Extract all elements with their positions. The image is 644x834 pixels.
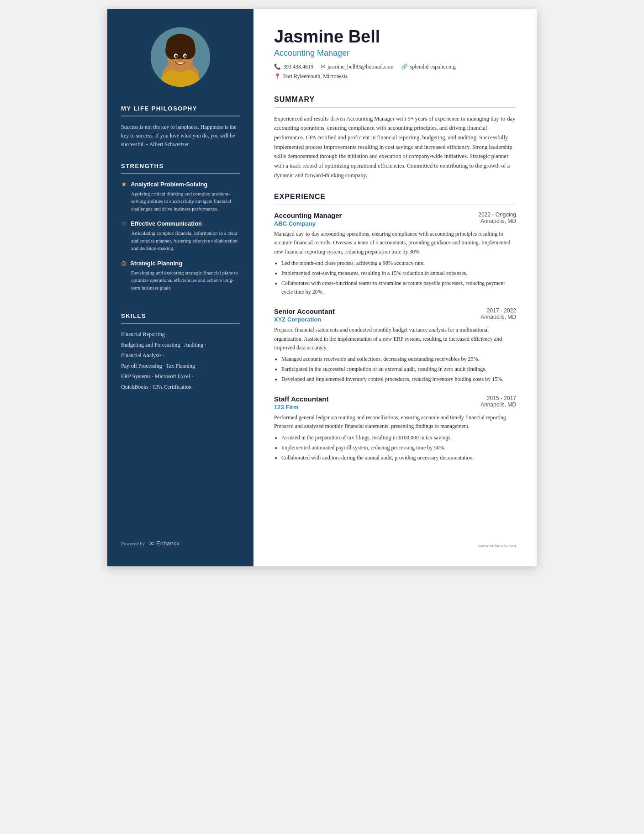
exp-dates-3: 2015 - 2017 [480, 395, 516, 401]
exp-bullet-2-3: Developed and implemented inventory cont… [281, 375, 516, 384]
exp-bullets-1: Led the month-end close process, achievi… [274, 259, 516, 297]
philosophy-title: MY LIFE PHILOSOPHY [121, 105, 240, 112]
strengths-divider [121, 173, 240, 174]
strengths-section: STRENGTHS ★ Analytical Problem-Solving A… [121, 163, 240, 299]
exp-header-3: Staff Accountant 123 Firm 2015 - 2017 An… [274, 395, 516, 411]
philosophy-section: MY LIFE PHILOSOPHY Success is not the ke… [121, 105, 240, 149]
exp-right-1: 2022 - Ongoing Annapolis, MD [478, 211, 516, 224]
location-icon: 📍 [274, 73, 281, 80]
exp-item-3: Staff Accountant 123 Firm 2015 - 2017 An… [274, 395, 516, 463]
strength-desc-1: Applying critical thinking and complex p… [121, 190, 240, 213]
strength-title-row-2: ☆ Effective Communication [121, 220, 240, 227]
contact-phone: 📞 393.438.4619 [274, 63, 313, 70]
exp-item-2: Senior Accountant XYZ Corporation 2017 -… [274, 307, 516, 384]
exp-left-2: Senior Accountant XYZ Corporation [274, 307, 335, 323]
strengths-title: STRENGTHS [121, 163, 240, 169]
exp-bullet-1-3: Collaborated with cross-functional teams… [281, 279, 516, 296]
strength-desc-3: Developing and executing strategic finan… [121, 269, 240, 292]
exp-bullet-3-3: Collaborated with auditors during the an… [281, 454, 516, 462]
website-value: splendid-espalier.org [410, 63, 456, 70]
skills-list: Financial Reporting · Budgeting and Fore… [121, 330, 240, 391]
enhancv-logo-icon: ∞ [148, 538, 154, 548]
phone-icon: 📞 [274, 63, 281, 70]
contact-row-1: 📞 393.438.4619 ✉ jasmine_bell83@hotmail.… [274, 63, 516, 70]
exp-right-2: 2017 - 2022 Annapolis, MD [480, 307, 516, 320]
exp-company-2: XYZ Corporation [274, 316, 335, 323]
contact-row-2: 📍 Fort Ryleemouth, Micronesia [274, 73, 516, 80]
exp-role-2: Senior Accountant [274, 307, 335, 315]
exp-header-2: Senior Accountant XYZ Corporation 2017 -… [274, 307, 516, 323]
summary-section: SUMMARY Experienced and results-driven A… [274, 95, 516, 180]
exp-company-1: ABC Company [274, 220, 342, 227]
exp-bullets-2: Managed accounts receivable and collecti… [274, 355, 516, 384]
phone-value: 393.438.4619 [283, 63, 313, 70]
profile-photo [151, 27, 210, 87]
skill-1: Financial Reporting · [121, 330, 240, 338]
email-icon: ✉ [321, 63, 325, 70]
strength-icon-2: ☆ [121, 220, 127, 227]
strength-desc-2: Articulating complex financial informati… [121, 229, 240, 252]
skill-3: Financial Analysis · [121, 351, 240, 359]
exp-bullet-3-1: Assisted in the preparation of tax filin… [281, 433, 516, 442]
email-value: jasmine_bell83@hotmail.com [327, 63, 394, 70]
link-icon: 🔗 [401, 63, 408, 70]
philosophy-text: Success is not the key to happiness. Hap… [121, 123, 240, 149]
main-footer: www.enhancv.com [274, 533, 516, 548]
strength-item-1: ★ Analytical Problem-Solving Applying cr… [121, 180, 240, 213]
strength-icon-1: ★ [121, 180, 127, 188]
experience-section: EXPERIENCE Accounting Manager ABC Compan… [274, 193, 516, 473]
strength-item-2: ☆ Effective Communication Articulating c… [121, 220, 240, 252]
philosophy-divider [121, 116, 240, 116]
svg-point-7 [167, 34, 194, 53]
powered-by-text: Powered by [121, 541, 145, 546]
exp-desc-1: Managed day-to-day accounting operations… [274, 230, 516, 256]
strength-item-3: ◎ Strategic Planning Developing and exec… [121, 259, 240, 292]
experience-title: EXPERIENCE [274, 193, 516, 201]
exp-dates-2: 2017 - 2022 [480, 307, 516, 314]
skills-divider [121, 323, 240, 324]
experience-divider [274, 205, 516, 205]
location-value: Fort Ryleemouth, Micronesia [283, 73, 348, 80]
exp-right-3: 2015 - 2017 Annapolis, MD [480, 395, 516, 408]
summary-divider [274, 107, 516, 108]
main-content: Jasmine Bell Accounting Manager 📞 393.43… [253, 9, 537, 566]
exp-location-2: Annapolis, MD [480, 314, 516, 320]
exp-role-3: Staff Accountant [274, 395, 328, 403]
strength-title-row-1: ★ Analytical Problem-Solving [121, 180, 240, 188]
summary-title: SUMMARY [274, 95, 516, 104]
skills-title: SKILLS [121, 312, 240, 319]
sidebar: MY LIFE PHILOSOPHY Success is not the ke… [107, 9, 253, 566]
svg-point-11 [185, 55, 187, 58]
strength-title-1: Analytical Problem-Solving [131, 181, 207, 188]
exp-desc-3: Performed general ledger accounting and … [274, 413, 516, 431]
photo-container [121, 27, 240, 87]
powered-by-section: Powered by ∞ Enhancv [121, 529, 240, 548]
enhancv-logo: ∞ Enhancv [148, 538, 179, 548]
resume-container: MY LIFE PHILOSOPHY Success is not the ke… [107, 9, 537, 566]
contact-website: 🔗 splendid-espalier.org [401, 63, 456, 70]
exp-bullets-3: Assisted in the preparation of tax filin… [274, 433, 516, 463]
resume-header: Jasmine Bell Accounting Manager 📞 393.43… [274, 27, 516, 83]
enhancv-logo-text: Enhancv [156, 540, 179, 547]
strength-title-row-3: ◎ Strategic Planning [121, 259, 240, 267]
svg-point-12 [179, 58, 182, 61]
skill-2: Budgeting and Forecasting · Auditing · [121, 341, 240, 349]
contact-email: ✉ jasmine_bell83@hotmail.com [321, 63, 394, 70]
exp-bullet-2-2: Participated in the successful completio… [281, 365, 516, 374]
exp-left-3: Staff Accountant 123 Firm [274, 395, 328, 411]
exp-bullet-3-2: Implemented automated payroll system, re… [281, 443, 516, 452]
contact-location: 📍 Fort Ryleemouth, Micronesia [274, 73, 348, 80]
skill-6: QuickBooks · CPA Certification [121, 383, 240, 391]
candidate-name: Jasmine Bell [274, 27, 516, 47]
exp-item-1: Accounting Manager ABC Company 2022 - On… [274, 211, 516, 296]
exp-location-1: Annapolis, MD [478, 218, 516, 224]
exp-bullet-2-1: Managed accounts receivable and collecti… [281, 355, 516, 364]
strength-title-2: Effective Communication [131, 220, 202, 227]
strength-icon-3: ◎ [121, 259, 127, 267]
exp-header-1: Accounting Manager ABC Company 2022 - On… [274, 211, 516, 227]
exp-desc-2: Prepared financial statements and conduc… [274, 326, 516, 352]
skill-4: Payroll Processing · Tax Planning · [121, 362, 240, 370]
strength-title-3: Strategic Planning [130, 260, 182, 267]
svg-point-10 [175, 55, 178, 58]
candidate-title: Accounting Manager [274, 48, 516, 58]
